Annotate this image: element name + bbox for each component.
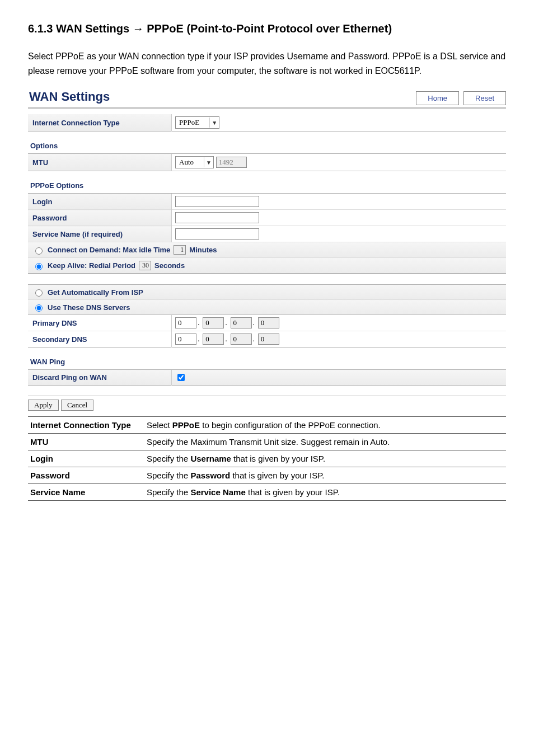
- wanping-heading: WAN Ping: [28, 349, 506, 370]
- desc-row: Service NameSpecify the Service Name tha…: [28, 484, 506, 501]
- mtu-label: MTU: [28, 154, 172, 171]
- desc-key: Service Name: [28, 484, 144, 501]
- primary-dns-oct2[interactable]: [203, 317, 224, 328]
- desc-key: Internet Connection Type: [28, 417, 144, 434]
- chevron-down-icon: ▼: [204, 157, 213, 167]
- login-label: Login: [28, 194, 172, 210]
- service-name-input[interactable]: [175, 228, 259, 240]
- conn-type-value: PPPoE: [176, 118, 209, 127]
- apply-button[interactable]: Apply: [28, 400, 59, 411]
- cancel-button[interactable]: Cancel: [61, 400, 93, 411]
- dns-auto-radio[interactable]: [35, 289, 43, 297]
- mtu-value-input[interactable]: [216, 157, 247, 168]
- mtu-mode-value: Auto: [176, 158, 204, 167]
- primary-dns-label: Primary DNS: [28, 315, 172, 331]
- service-name-label: Service Name (if required): [28, 226, 172, 242]
- secondary-dns-oct1[interactable]: [175, 334, 196, 345]
- secondary-dns-label: Secondary DNS: [28, 331, 172, 348]
- secondary-dns-oct2[interactable]: [203, 334, 224, 345]
- password-input[interactable]: [175, 212, 259, 223]
- primary-dns-oct4[interactable]: [258, 317, 279, 328]
- panel-title: WAN Settings: [28, 86, 110, 107]
- desc-row: MTUSpecify the Maximum Transmit Unit siz…: [28, 434, 506, 450]
- desc-value: Select PPPoE to begin configuration of t…: [144, 417, 506, 434]
- intro-text: Select PPPoE as your WAN connection type…: [28, 49, 506, 78]
- page-heading: 6.1.3 WAN Settings → PPPoE (Point-to-Poi…: [28, 22, 506, 35]
- keep-alive-label: Keep Alive: Redial Period: [48, 261, 135, 270]
- primary-dns-oct1[interactable]: [175, 317, 196, 328]
- description-table: Internet Connection TypeSelect PPPoE to …: [28, 416, 506, 501]
- minutes-label: Minutes: [189, 246, 217, 254]
- conn-type-label: Internet Connection Type: [28, 114, 172, 132]
- redial-period-value[interactable]: 30: [139, 261, 151, 270]
- seconds-label: Seconds: [154, 261, 185, 270]
- dns-use-radio[interactable]: [35, 304, 43, 312]
- dns-use-label: Use These DNS Servers: [48, 303, 130, 312]
- keep-alive-radio[interactable]: [35, 263, 43, 270]
- dns-auto-label: Get Automatically From ISP: [48, 288, 143, 297]
- desc-value: Specify the Username that is given by yo…: [144, 450, 506, 467]
- discard-ping-label: Discard Ping on WAN: [28, 370, 172, 386]
- discard-ping-checkbox[interactable]: [177, 374, 185, 381]
- desc-row: LoginSpecify the Username that is given …: [28, 450, 506, 467]
- password-label: Password: [28, 210, 172, 226]
- connect-on-demand-radio[interactable]: [35, 247, 43, 255]
- secondary-dns-oct4[interactable]: [258, 334, 279, 345]
- mtu-mode-select[interactable]: Auto ▼: [175, 156, 214, 168]
- options-heading: Options: [28, 133, 506, 154]
- desc-key: Login: [28, 450, 144, 467]
- desc-value: Specify the Service Name that is given b…: [144, 484, 506, 501]
- pppoe-heading: PPPoE Options: [28, 172, 506, 194]
- chevron-down-icon: ▼: [209, 118, 219, 128]
- home-button[interactable]: Home: [416, 91, 459, 105]
- secondary-dns-oct3[interactable]: [231, 334, 252, 345]
- max-idle-value[interactable]: 1: [174, 245, 186, 255]
- desc-value: Specify the Password that is given by yo…: [144, 467, 506, 484]
- desc-row: PasswordSpecify the Password that is giv…: [28, 467, 506, 484]
- desc-key: Password: [28, 467, 144, 484]
- desc-key: MTU: [28, 434, 144, 450]
- reset-button[interactable]: Reset: [463, 91, 506, 105]
- desc-value: Specify the Maximum Transmit Unit size. …: [144, 434, 506, 450]
- primary-dns-oct3[interactable]: [231, 317, 252, 328]
- desc-row: Internet Connection TypeSelect PPPoE to …: [28, 417, 506, 434]
- conn-type-select[interactable]: PPPoE ▼: [175, 116, 219, 129]
- login-input[interactable]: [175, 196, 259, 207]
- connect-on-demand-label: Connect on Demand: Max idle Time: [48, 246, 170, 254]
